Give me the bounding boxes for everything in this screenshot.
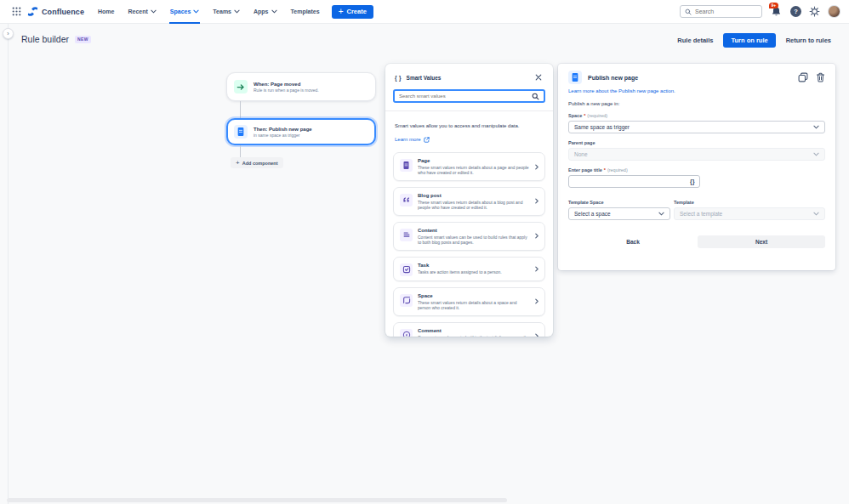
- app-switcher-icon[interactable]: [9, 4, 24, 20]
- trigger-card-page-moved[interactable]: When: Page moved Rule is run when a page…: [226, 72, 376, 101]
- product-name: Confluence: [42, 8, 84, 16]
- chevron-down-icon: [151, 9, 157, 14]
- confluence-logo[interactable]: Confluence: [27, 6, 84, 17]
- return-to-rules-button[interactable]: Return to rules: [782, 33, 835, 48]
- space-icon: [400, 294, 413, 307]
- template-space-field-label: Template Space: [568, 200, 670, 205]
- page-title-input[interactable]: [573, 178, 687, 184]
- item-description: Content smart values can be used to buil…: [418, 235, 530, 246]
- chevron-down-icon: [813, 212, 819, 216]
- flow-connector: [240, 101, 241, 118]
- item-title: Blog post: [418, 192, 530, 199]
- trigger-card-text: When: Page moved Rule is run when a page…: [254, 81, 319, 93]
- chevron-right-icon: [535, 266, 538, 272]
- smart-value-item-task[interactable]: Task Tasks are action items assigned to …: [393, 257, 545, 281]
- required-hint: (required): [607, 167, 628, 173]
- page-icon: [400, 159, 413, 172]
- smart-value-item-content[interactable]: Content Content smart values can be used…: [393, 222, 545, 251]
- duplicate-icon[interactable]: [798, 72, 808, 82]
- sidebar-divider: [8, 24, 9, 504]
- item-title: Task: [418, 262, 530, 269]
- new-badge: NEW: [75, 36, 91, 43]
- publish-intro-text: Publish a new page in:: [568, 101, 825, 106]
- add-component-button[interactable]: + Add component: [231, 157, 283, 168]
- smart-values-search-input[interactable]: [399, 93, 528, 99]
- chevron-down-icon: [813, 152, 819, 156]
- confluence-automation-rule-builder: Confluence Home Recent Spaces Teams Apps…: [0, 0, 849, 504]
- page-header: Rule builder NEW: [21, 34, 91, 44]
- smart-values-search[interactable]: [393, 89, 545, 103]
- delete-trash-icon[interactable]: [816, 72, 825, 82]
- publish-panel-footer: Back Next: [568, 235, 825, 248]
- action-card-subtitle: in same space as trigger: [254, 133, 312, 139]
- chevron-right-icon: [535, 164, 538, 170]
- horizontal-scrollbar[interactable]: [7, 498, 507, 502]
- publish-learn-more-link[interactable]: Learn more about the Publish new page ac…: [568, 88, 825, 93]
- publish-new-page-panel: Publish new page Learn more about the Pu…: [558, 64, 835, 270]
- turn-on-rule-button[interactable]: Turn on rule: [723, 33, 775, 48]
- user-avatar[interactable]: [828, 5, 840, 18]
- chevron-right-icon: [535, 333, 538, 337]
- smart-value-item-blog-post[interactable]: Blog post These smart values return deta…: [393, 187, 545, 216]
- top-navbar: Confluence Home Recent Spaces Teams Apps…: [0, 0, 849, 24]
- smart-values-list: Page These smart values return details a…: [393, 152, 545, 337]
- item-description: Comments can be posted within the text (…: [418, 335, 530, 337]
- parent-page-select[interactable]: None: [568, 148, 825, 161]
- smart-values-title: Smart Values: [407, 75, 442, 81]
- item-description: These smart values return details about …: [418, 200, 530, 211]
- smart-value-item-comment[interactable]: Comment Comments can be posted within th…: [393, 322, 545, 337]
- nav-item-spaces[interactable]: Spaces: [163, 0, 207, 24]
- smart-values-panel: { } Smart Values Smart values allow you …: [385, 64, 553, 337]
- settings-gear-icon[interactable]: [809, 6, 820, 17]
- item-title: Comment: [418, 327, 530, 334]
- rule-details-button[interactable]: Rule details: [673, 33, 717, 48]
- notification-count-badge: 9+: [769, 3, 778, 8]
- item-description: These smart values return details about …: [418, 165, 530, 176]
- chevron-right-icon: [535, 298, 538, 304]
- smart-value-braces-icon[interactable]: {}: [690, 178, 695, 184]
- back-button[interactable]: Back: [568, 235, 698, 248]
- help-icon[interactable]: ?: [790, 6, 801, 17]
- smart-values-learn-more-link[interactable]: Learn more: [395, 137, 430, 143]
- plus-icon: +: [339, 8, 344, 16]
- chevron-right-icon: ›: [7, 31, 9, 37]
- page-icon: [568, 71, 582, 84]
- trigger-card-title: When: Page moved: [254, 81, 319, 88]
- global-search[interactable]: [680, 5, 762, 18]
- template-field-label: Template: [674, 200, 825, 205]
- space-select[interactable]: Same space as trigger: [568, 121, 825, 133]
- comment-icon: [400, 329, 413, 337]
- template-space-select[interactable]: Select a space: [568, 207, 670, 220]
- nav-item-templates[interactable]: Templates: [284, 0, 327, 24]
- nav-item-recent[interactable]: Recent: [121, 0, 162, 24]
- close-icon[interactable]: [533, 72, 544, 82]
- next-button[interactable]: Next: [698, 235, 825, 248]
- publish-panel-title: Publish new page: [588, 75, 792, 81]
- parent-page-select-value: None: [574, 151, 809, 157]
- nav-item-teams[interactable]: Teams: [206, 0, 247, 24]
- nav-item-apps[interactable]: Apps: [247, 0, 284, 24]
- required-asterisk: *: [604, 167, 606, 173]
- global-search-input[interactable]: [695, 8, 757, 14]
- action-card-title: Then: Publish new page: [254, 126, 312, 133]
- quote-icon: [400, 194, 413, 207]
- item-title: Space: [418, 292, 530, 299]
- action-card-publish-new-page[interactable]: Then: Publish new page in same space as …: [226, 118, 376, 145]
- item-title: Page: [418, 157, 530, 164]
- chevron-down-icon: [813, 125, 819, 129]
- chevron-down-icon: [193, 9, 199, 14]
- notifications-bell-icon[interactable]: 9+: [771, 6, 783, 18]
- braces-icon: { }: [395, 75, 402, 81]
- template-select[interactable]: Select a template: [674, 207, 825, 220]
- smart-values-description: Smart values allow you to access and man…: [395, 122, 544, 129]
- item-description: These smart values return details about …: [418, 300, 530, 311]
- search-icon: [532, 93, 539, 100]
- template-select-value: Select a template: [680, 211, 809, 217]
- smart-value-item-page[interactable]: Page These smart values return details a…: [393, 152, 545, 181]
- smart-value-item-space[interactable]: Space These smart values return details …: [393, 287, 545, 316]
- external-link-icon: [424, 137, 430, 143]
- create-button[interactable]: + Create: [332, 5, 373, 19]
- sidebar-expand-button[interactable]: ›: [3, 28, 14, 39]
- nav-item-home[interactable]: Home: [91, 0, 121, 24]
- page-title-field[interactable]: {}: [568, 175, 700, 188]
